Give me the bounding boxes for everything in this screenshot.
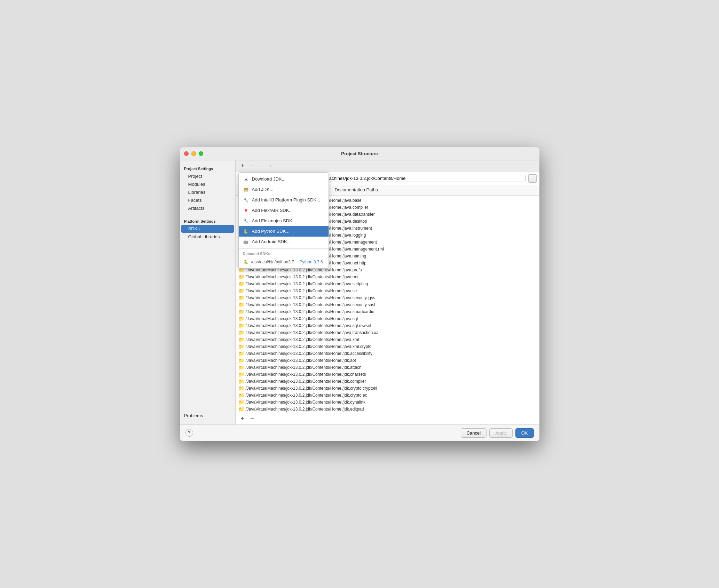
- classpath-path: /JavaVirtualMachines/jdk-13.0.2.jdk/Cont…: [246, 351, 373, 356]
- menu-item-add-jdk[interactable]: ☕Add JDK...: [239, 184, 329, 195]
- folder-icon: 📁: [238, 358, 244, 363]
- table-row[interactable]: 📁/JavaVirtualMachines/jdk-13.0.2.jdk/Con…: [236, 322, 539, 329]
- folder-icon: 📁: [238, 337, 244, 342]
- table-row[interactable]: 📁/JavaVirtualMachines/jdk-13.0.2.jdk/Con…: [236, 399, 539, 406]
- sidebar-item-sdks[interactable]: SDKs: [181, 225, 234, 233]
- table-row[interactable]: 📁/JavaVirtualMachines/jdk-13.0.2.jdk/Con…: [236, 392, 539, 399]
- folder-icon: 📁: [238, 281, 244, 287]
- menu-item-add-python-sdk[interactable]: 🐍Add Python SDK...: [239, 226, 329, 237]
- add-classpath-button[interactable]: +: [238, 415, 247, 423]
- table-row[interactable]: 📁/JavaVirtualMachines/jdk-13.0.2.jdk/Con…: [236, 371, 539, 378]
- table-row[interactable]: 📁/JavaVirtualMachines/jdk-13.0.2.jdk/Con…: [236, 315, 539, 322]
- table-row[interactable]: 📁/JavaVirtualMachines/jdk-13.0.2.jdk/Con…: [236, 301, 539, 308]
- folder-icon: 📁: [238, 406, 244, 412]
- sidebar-item-project[interactable]: Project: [180, 172, 235, 180]
- classpath-path: /JavaVirtualMachines/jdk-13.0.2.jdk/Cont…: [246, 309, 374, 314]
- classpath-path: /JavaVirtualMachines/jdk-13.0.2.jdk/Cont…: [246, 295, 375, 300]
- help-button[interactable]: ?: [185, 429, 193, 437]
- classpath-path: /JavaVirtualMachines/jdk-13.0.2.jdk/Cont…: [246, 400, 366, 405]
- folder-icon: 📁: [238, 330, 244, 335]
- menu-item-add-flex-sdk[interactable]: ✖Add Flex/AIR SDK...: [239, 205, 329, 216]
- classpath-path: /JavaVirtualMachines/jdk-13.0.2.jdk/Cont…: [246, 323, 371, 328]
- folder-icon: 📁: [238, 379, 244, 384]
- detected-sdks-title: Detected SDKs: [239, 250, 329, 257]
- menu-item-label: Add Android SDK...: [252, 239, 291, 244]
- back-button[interactable]: ‹: [258, 162, 266, 170]
- classpath-path: /JavaVirtualMachines/jdk-13.0.2.jdk/Cont…: [246, 393, 367, 398]
- python-icon: 🐍: [243, 259, 249, 265]
- detected-version: Python 3.7.6: [299, 260, 323, 264]
- remove-sdk-button[interactable]: −: [248, 162, 256, 170]
- folder-icon: 📁: [238, 365, 244, 370]
- table-row[interactable]: 📁/JavaVirtualMachines/jdk-13.0.2.jdk/Con…: [236, 329, 539, 336]
- add-python-sdk-icon: 🐍: [243, 228, 249, 235]
- table-row[interactable]: 📁/JavaVirtualMachines/jdk-13.0.2.jdk/Con…: [236, 378, 539, 385]
- folder-icon: 📁: [238, 323, 244, 328]
- table-row[interactable]: 📁/JavaVirtualMachines/jdk-13.0.2.jdk/Con…: [236, 294, 539, 301]
- folder-icon: 📁: [238, 399, 244, 405]
- sidebar-item-libraries[interactable]: Libraries: [180, 188, 235, 196]
- minimize-button[interactable]: [191, 151, 196, 156]
- sidebar-item-global-libraries[interactable]: Global Libraries: [180, 233, 235, 241]
- detected-path: /usr/local/bin/python3.7: [251, 260, 294, 264]
- sidebar-item-modules[interactable]: Modules: [180, 180, 235, 188]
- table-row[interactable]: 📁/JavaVirtualMachines/jdk-13.0.2.jdk/Con…: [236, 280, 539, 287]
- add-jdk-icon: ☕: [243, 186, 249, 193]
- menu-separator: [239, 248, 329, 249]
- table-row[interactable]: 📁/JavaVirtualMachines/jdk-13.0.2.jdk/Con…: [236, 357, 539, 364]
- menu-item-label: Add Flexmojos SDK...: [252, 218, 296, 223]
- table-row[interactable]: 📁/JavaVirtualMachines/jdk-13.0.2.jdk/Con…: [236, 343, 539, 350]
- sidebar-item-facets[interactable]: Facets: [180, 196, 235, 204]
- remove-classpath-button[interactable]: −: [248, 415, 256, 423]
- bottom-bar: ? Cancel Apply OK: [180, 424, 539, 441]
- menu-item-label: Add Flex/AIR SDK...: [252, 208, 293, 213]
- apply-button[interactable]: Apply: [489, 428, 513, 438]
- cancel-button[interactable]: Cancel: [461, 428, 487, 438]
- menu-item-add-flexmojos-sdk[interactable]: 🔧Add Flexmojos SDK...: [239, 216, 329, 226]
- classpath-path: /JavaVirtualMachines/jdk-13.0.2.jdk/Cont…: [246, 372, 366, 377]
- table-row[interactable]: 📁/JavaVirtualMachines/jdk-13.0.2.jdk/Con…: [236, 406, 539, 413]
- folder-icon: 📁: [238, 309, 244, 315]
- classpath-path: /JavaVirtualMachines/jdk-13.0.2.jdk/Cont…: [246, 281, 368, 286]
- sdk-browse-button[interactable]: ⋯: [528, 174, 537, 183]
- sidebar-item-problems[interactable]: Problems: [180, 410, 235, 421]
- download-jdk-icon: [243, 176, 249, 182]
- menu-item-label: Download JDK...: [252, 176, 286, 182]
- table-row[interactable]: 📁/JavaVirtualMachines/jdk-13.0.2.jdk/Con…: [236, 385, 539, 392]
- nav-bar: + − ‹ ›: [236, 160, 539, 172]
- maximize-button[interactable]: [199, 151, 203, 156]
- window-controls: [184, 151, 203, 156]
- classpath-path: /JavaVirtualMachines/jdk-13.0.2.jdk/Cont…: [246, 330, 379, 335]
- classpath-path: /JavaVirtualMachines/jdk-13.0.2.jdk/Cont…: [246, 386, 377, 391]
- close-button[interactable]: [184, 151, 189, 156]
- table-row[interactable]: 📁/JavaVirtualMachines/jdk-13.0.2.jdk/Con…: [236, 287, 539, 294]
- browse-icon: ⋯: [530, 176, 534, 181]
- menu-item-label: Add JDK...: [252, 187, 274, 192]
- add-android-sdk-icon: 🤖: [243, 239, 249, 245]
- window-title: Project Structure: [341, 151, 378, 156]
- menu-item-add-intellij-sdk[interactable]: 🔧Add IntelliJ Platform Plugin SDK...: [239, 195, 329, 205]
- forward-button[interactable]: ›: [267, 162, 275, 170]
- menu-item-download-jdk[interactable]: Download JDK...: [239, 174, 329, 184]
- folder-icon: 📁: [238, 372, 244, 377]
- table-row[interactable]: 📁/JavaVirtualMachines/jdk-13.0.2.jdk/Con…: [236, 336, 539, 343]
- table-row[interactable]: 📁/JavaVirtualMachines/jdk-13.0.2.jdk/Con…: [236, 364, 539, 371]
- menu-item-label: Add Python SDK...: [252, 229, 290, 234]
- classpath-path: /JavaVirtualMachines/jdk-13.0.2.jdk/Cont…: [246, 316, 358, 321]
- ok-button[interactable]: OK: [515, 428, 534, 438]
- table-row[interactable]: 📁/JavaVirtualMachines/jdk-13.0.2.jdk/Con…: [236, 350, 539, 357]
- tab-documentation[interactable]: Documentation Paths: [330, 185, 382, 195]
- classpath-path: /JavaVirtualMachines/jdk-13.0.2.jdk/Cont…: [246, 365, 362, 370]
- table-row[interactable]: 📁/JavaVirtualMachines/jdk-13.0.2.jdk/Con…: [236, 308, 539, 315]
- add-sdk-button[interactable]: +: [238, 162, 247, 170]
- menu-item-add-android-sdk[interactable]: 🤖Add Android SDK...: [239, 237, 329, 247]
- folder-icon: 📁: [238, 386, 244, 391]
- folder-icon: 📁: [238, 302, 244, 308]
- classpath-path: /JavaVirtualMachines/jdk-13.0.2.jdk/Cont…: [246, 302, 375, 307]
- menu-item-label: Add IntelliJ Platform Plugin SDK...: [252, 197, 321, 202]
- sidebar: Project Settings Project Modules Librari…: [180, 160, 236, 424]
- detected-item-python-detected[interactable]: 🐍/usr/local/bin/python3.7 Python 3.7.6: [239, 257, 329, 267]
- table-row[interactable]: 📁/JavaVirtualMachines/jdk-13.0.2.jdk/Con…: [236, 273, 539, 280]
- list-footer: + −: [236, 413, 539, 424]
- sidebar-item-artifacts[interactable]: Artifacts: [180, 204, 235, 212]
